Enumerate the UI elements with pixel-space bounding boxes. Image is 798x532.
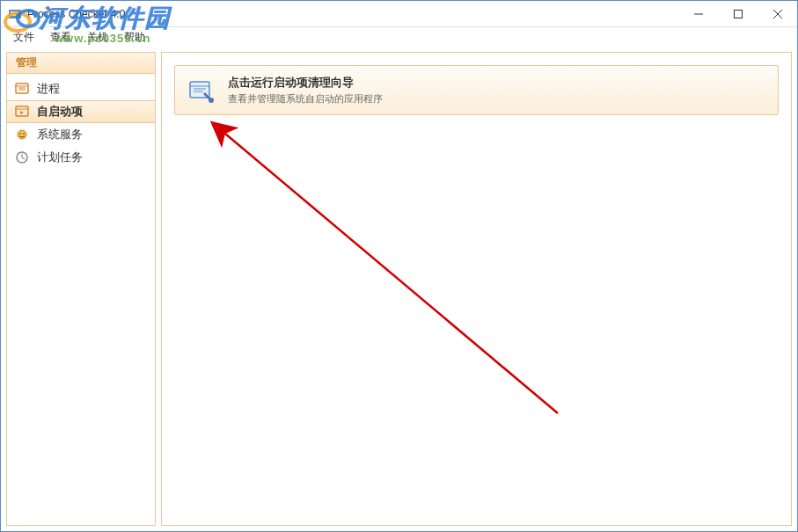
tasks-icon bbox=[14, 149, 30, 165]
sidebar: 管理 进程 bbox=[6, 52, 156, 526]
card-title: 点击运行启动项清理向导 bbox=[228, 75, 383, 91]
card-subtitle: 查看并管理随系统自启动的应用程序 bbox=[228, 92, 383, 106]
svg-point-15 bbox=[19, 133, 21, 135]
svg-line-26 bbox=[225, 134, 558, 413]
svg-rect-4 bbox=[734, 10, 742, 18]
main-content: 点击运行启动项清理向导 查看并管理随系统自启动的应用程序 bbox=[161, 52, 792, 526]
menu-help[interactable]: 帮助 bbox=[117, 28, 152, 47]
menubar: 文件 查看 关机 帮助 bbox=[1, 27, 797, 47]
svg-line-19 bbox=[22, 157, 25, 159]
menu-view[interactable]: 查看 bbox=[43, 28, 78, 47]
sidebar-item-label: 系统服务 bbox=[37, 127, 83, 142]
close-button[interactable] bbox=[758, 1, 797, 26]
minimize-button[interactable] bbox=[678, 1, 718, 26]
menu-shutdown[interactable]: 关机 bbox=[80, 28, 115, 47]
card-text: 点击运行启动项清理向导 查看并管理随系统自启动的应用程序 bbox=[228, 75, 383, 106]
window-controls bbox=[678, 1, 797, 26]
red-arrow-annotation bbox=[206, 114, 584, 448]
process-icon bbox=[14, 81, 30, 97]
sidebar-item-startup[interactable]: 自启动项 bbox=[7, 100, 155, 123]
startup-icon bbox=[14, 104, 30, 120]
svg-point-24 bbox=[209, 98, 214, 103]
body-area: 管理 进程 bbox=[1, 47, 797, 531]
svg-marker-13 bbox=[20, 111, 24, 114]
app-window: Process Checker 4.0 文件 查看 关机 帮助 管理 bbox=[0, 0, 798, 532]
svg-point-14 bbox=[18, 130, 26, 139]
menu-file[interactable]: 文件 bbox=[6, 28, 41, 47]
svg-rect-2 bbox=[11, 14, 16, 16]
titlebar: Process Checker 4.0 bbox=[1, 1, 797, 27]
services-icon bbox=[14, 127, 30, 142]
window-title: Process Checker 4.0 bbox=[27, 8, 678, 20]
sidebar-item-label: 进程 bbox=[37, 81, 60, 97]
sidebar-header: 管理 bbox=[7, 53, 155, 74]
wizard-icon bbox=[187, 77, 216, 105]
sidebar-item-label: 自启动项 bbox=[37, 104, 83, 120]
app-icon bbox=[8, 7, 22, 21]
svg-rect-11 bbox=[16, 106, 28, 116]
sidebar-item-label: 计划任务 bbox=[37, 149, 83, 165]
svg-rect-1 bbox=[11, 11, 19, 13]
sidebar-item-process[interactable]: 进程 bbox=[7, 77, 155, 100]
sidebar-item-tasks[interactable]: 计划任务 bbox=[7, 146, 155, 169]
maximize-button[interactable] bbox=[718, 1, 758, 26]
svg-point-16 bbox=[23, 133, 25, 135]
sidebar-list: 进程 自启动项 bbox=[7, 74, 155, 172]
startup-wizard-card[interactable]: 点击运行启动项清理向导 查看并管理随系统自启动的应用程序 bbox=[174, 65, 779, 115]
sidebar-item-services[interactable]: 系统服务 bbox=[7, 123, 155, 146]
